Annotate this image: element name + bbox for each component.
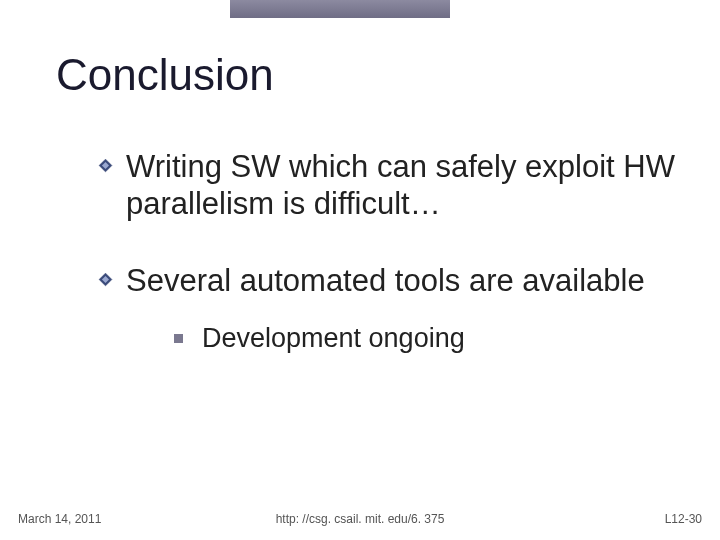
title-underline: [30, 110, 690, 112]
bullet-text: Several automated tools are available: [126, 263, 645, 298]
footer-url: http: //csg. csail. mit. edu/6. 375: [0, 512, 720, 526]
footer-page: L12-30: [665, 512, 702, 526]
header-dots-1: [0, 26, 720, 28]
bullet-text: Writing SW which can safely exploit HW p…: [126, 149, 675, 221]
bullet-level1: Writing SW which can safely exploit HW p…: [98, 148, 680, 222]
slide: Conclusion Writing SW which can safely e…: [0, 0, 720, 540]
content-area: Writing SW which can safely exploit HW p…: [98, 148, 680, 394]
slide-title: Conclusion: [56, 50, 274, 100]
diamond-bullet-icon: [98, 272, 113, 287]
header-dots-4: [0, 47, 720, 49]
header-dots-2: [0, 33, 720, 35]
subbullet-text: Development ongoing: [202, 323, 465, 353]
square-bullet-icon: [174, 334, 183, 343]
bullet-level1: Several automated tools are available De…: [98, 262, 680, 354]
header-accent-bar: [230, 0, 450, 18]
diamond-bullet-icon: [98, 158, 113, 173]
header-dots-3: [0, 40, 720, 42]
bullet-level2: Development ongoing: [174, 322, 680, 354]
